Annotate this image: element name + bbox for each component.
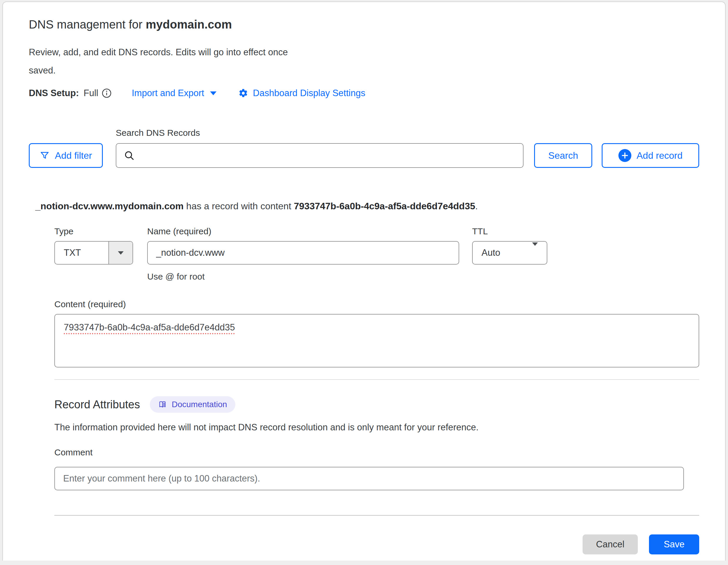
ttl-label: TTL	[472, 226, 547, 236]
add-record-label: Add record	[637, 150, 683, 161]
comment-input[interactable]	[54, 467, 684, 490]
notice-record-name: _notion-dcv.www.mydomain.com	[35, 201, 184, 211]
name-label: Name (required)	[147, 226, 459, 236]
footer-actions: Cancel Save	[54, 516, 699, 561]
record-attributes-description: The information provided here will not i…	[54, 422, 699, 433]
name-help-text: Use @ for root	[147, 271, 459, 281]
book-icon	[158, 400, 167, 409]
search-icon	[123, 150, 135, 162]
existing-record-notice: _notion-dcv.www.mydomain.com has a recor…	[35, 201, 699, 212]
ttl-select[interactable]: Auto	[472, 241, 547, 264]
type-select-arrow-icon	[108, 241, 132, 264]
page-subtitle: Review, add, and edit DNS records. Edits…	[29, 43, 296, 80]
type-field: Type TXT	[54, 226, 133, 281]
comment-field: Comment	[54, 447, 699, 490]
name-field: Name (required) Use @ for root	[147, 226, 459, 281]
type-name-ttl-row: Type TXT Name (required) Use @ for root …	[54, 226, 699, 281]
record-form: Type TXT Name (required) Use @ for root …	[35, 226, 699, 561]
search-label: Search DNS Records	[116, 128, 524, 138]
dashboard-display-settings-link[interactable]: Dashboard Display Settings	[238, 88, 365, 98]
gear-icon	[238, 88, 248, 98]
content-label: Content (required)	[54, 299, 699, 309]
dns-setup-label: DNS Setup:	[29, 88, 79, 98]
ttl-select-arrow-icon	[531, 241, 539, 264]
section-divider	[54, 379, 699, 380]
dns-setup-value: Full	[84, 88, 98, 98]
search-button-label: Search	[548, 150, 578, 161]
dns-setup-row: DNS Setup: Full Import and Export Dashbo…	[29, 88, 699, 98]
comment-label: Comment	[54, 447, 699, 457]
plus-icon	[618, 149, 631, 162]
search-button[interactable]: Search	[534, 143, 592, 168]
page-title-prefix: DNS management for	[29, 18, 146, 31]
notice-middle-text: has a record with content	[184, 201, 294, 211]
notice-suffix: .	[475, 201, 478, 211]
import-export-label: Import and Export	[132, 88, 204, 98]
type-select[interactable]: TXT	[54, 241, 133, 264]
name-input[interactable]	[147, 241, 459, 264]
documentation-label: Documentation	[172, 400, 227, 409]
record-attributes-heading: Record Attributes	[54, 398, 140, 411]
search-group: Search DNS Records	[116, 128, 524, 168]
page-title-domain: mydomain.com	[146, 18, 232, 31]
documentation-link[interactable]: Documentation	[150, 396, 235, 413]
ttl-select-value: Auto	[473, 241, 531, 264]
search-box	[116, 143, 524, 168]
info-icon[interactable]	[102, 88, 112, 98]
content-field: Content (required) 7933747b-6a0b-4c9a-af…	[54, 299, 699, 368]
cancel-button[interactable]: Cancel	[583, 534, 638, 554]
dns-management-panel: DNS management for mydomain.com Review, …	[2, 1, 726, 561]
record-edit-block: _notion-dcv.www.mydomain.com has a recor…	[29, 201, 699, 561]
import-export-link[interactable]: Import and Export	[132, 88, 217, 98]
save-button[interactable]: Save	[649, 534, 699, 554]
notice-record-content: 7933747b-6a0b-4c9a-af5a-dde6d7e4dd35	[294, 201, 475, 211]
type-select-value: TXT	[55, 241, 108, 264]
add-filter-label: Add filter	[55, 150, 92, 161]
dashboard-display-settings-label: Dashboard Display Settings	[253, 88, 365, 98]
ttl-field: TTL Auto	[472, 226, 547, 281]
chevron-down-icon	[209, 90, 217, 96]
add-record-button[interactable]: Add record	[602, 143, 699, 168]
content-value: 7933747b-6a0b-4c9a-af5a-dde6d7e4dd35	[64, 322, 235, 333]
add-filter-button[interactable]: Add filter	[29, 143, 103, 168]
filter-icon	[40, 150, 50, 160]
content-textarea[interactable]: 7933747b-6a0b-4c9a-af5a-dde6d7e4dd35	[54, 314, 699, 368]
search-section: Add filter Search DNS Records Search Add…	[29, 128, 699, 168]
type-label: Type	[54, 226, 133, 236]
page-title: DNS management for mydomain.com	[29, 17, 699, 31]
search-input[interactable]	[116, 143, 524, 168]
record-attributes-header: Record Attributes Documentation	[54, 396, 699, 413]
